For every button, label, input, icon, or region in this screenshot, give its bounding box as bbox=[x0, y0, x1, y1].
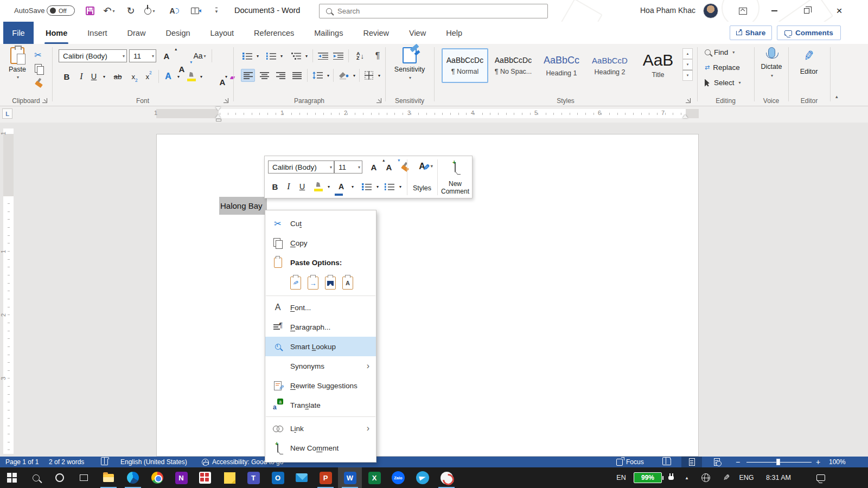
customize-quick-access-button[interactable]: ▾ bbox=[208, 0, 224, 22]
mini-font-color-dropdown[interactable]: ▾ bbox=[349, 180, 356, 193]
focus-mode-button[interactable]: Focus bbox=[616, 457, 644, 467]
zalo-button[interactable]: Zalo bbox=[386, 467, 410, 488]
chevron-down-icon[interactable]: ▾ bbox=[152, 54, 154, 59]
menu-item-rewrite-suggestions[interactable]: ✎ Rewrite Suggestions bbox=[265, 376, 376, 395]
clock[interactable]: 8:31 AM bbox=[761, 467, 796, 488]
action-center-button[interactable] bbox=[812, 467, 830, 488]
menu-item-cut[interactable]: ✂ Cut bbox=[265, 214, 376, 233]
tab-draw[interactable]: Draw bbox=[126, 22, 147, 44]
styles-scroll-down[interactable]: ▾ bbox=[682, 59, 693, 70]
mini-grow-font-button[interactable]: A▴ bbox=[367, 160, 381, 174]
start-button[interactable] bbox=[0, 467, 24, 488]
tab-home[interactable]: Home bbox=[44, 22, 68, 44]
dictate-button[interactable]: Dictate ▾ bbox=[756, 47, 787, 94]
style-heading1[interactable]: AaBbCc Heading 1 bbox=[538, 48, 585, 83]
avatar[interactable] bbox=[703, 3, 718, 18]
tab-layout[interactable]: Layout bbox=[209, 22, 235, 44]
mini-bold-button[interactable]: B bbox=[269, 180, 281, 193]
increase-indent-button[interactable] bbox=[331, 49, 345, 62]
search-input[interactable]: Search bbox=[319, 4, 548, 18]
power-plug-indicator[interactable] bbox=[666, 467, 676, 488]
sensitivity-button[interactable]: Sensitivity ▾ bbox=[390, 47, 430, 94]
style-normal[interactable]: AaBbCcDc ¶ Normal bbox=[442, 48, 488, 83]
line-spacing-button[interactable] bbox=[310, 69, 324, 82]
onenote-button[interactable]: N bbox=[169, 467, 193, 488]
restore-button[interactable] bbox=[797, 0, 816, 22]
chevron-down-icon[interactable]: ▾ bbox=[330, 165, 332, 170]
chevron-down-icon[interactable]: ▾ bbox=[152, 9, 155, 14]
clipboard-dialog-launcher[interactable] bbox=[42, 98, 47, 103]
tab-mailings[interactable]: Mailings bbox=[313, 22, 344, 44]
tab-review[interactable]: Review bbox=[362, 22, 390, 44]
bullets-dropdown[interactable]: ▾ bbox=[255, 49, 260, 62]
text-effects-dropdown[interactable]: ▾ bbox=[176, 70, 181, 83]
cut-button[interactable]: ✂ bbox=[31, 48, 44, 61]
left-indent-marker[interactable] bbox=[216, 119, 221, 121]
mini-highlight-button[interactable] bbox=[312, 180, 324, 193]
superscript-button[interactable]: x2 bbox=[142, 70, 155, 83]
font-name-combo[interactable]: Calibri (Body) ▾ bbox=[59, 49, 127, 62]
print-layout-button[interactable] bbox=[681, 457, 702, 467]
shading-button[interactable] bbox=[336, 69, 350, 82]
horizontal-ruler[interactable] bbox=[156, 109, 699, 118]
network-button[interactable] bbox=[699, 467, 713, 488]
word-button[interactable]: W bbox=[338, 467, 362, 488]
zoom-in-button[interactable]: + bbox=[816, 457, 820, 467]
italic-button[interactable]: I bbox=[76, 70, 87, 83]
taskbar-search-button[interactable] bbox=[24, 467, 48, 488]
red-white-app-button[interactable] bbox=[435, 467, 458, 488]
mini-bullets-button[interactable] bbox=[360, 180, 373, 193]
right-indent-marker[interactable] bbox=[682, 114, 688, 118]
excel-button[interactable]: X bbox=[362, 467, 386, 488]
chevron-down-icon[interactable]: ▾ bbox=[732, 50, 735, 55]
language-indicator[interactable]: English (United States) bbox=[120, 457, 187, 467]
shading-dropdown[interactable]: ▾ bbox=[352, 69, 357, 82]
chevron-down-icon[interactable]: ▾ bbox=[358, 165, 360, 170]
chevron-down-icon[interactable]: ▾ bbox=[123, 54, 125, 59]
change-case-button[interactable]: Aa▾ bbox=[191, 49, 208, 62]
chevron-down-icon[interactable]: ▾ bbox=[739, 80, 741, 85]
menu-item-link[interactable]: Link › bbox=[265, 419, 376, 438]
undo-button[interactable]: ↶▾ bbox=[101, 0, 117, 22]
selected-text[interactable]: Halong Bay bbox=[219, 197, 267, 215]
zoom-level[interactable]: 100% bbox=[829, 457, 846, 467]
edge-button[interactable] bbox=[121, 467, 145, 488]
paste-merge-formatting-button[interactable]: → bbox=[308, 277, 318, 290]
style-no-spacing[interactable]: AaBbCcDc ¶ No Spac... bbox=[490, 48, 537, 83]
paste-keep-text-only-button[interactable]: A bbox=[342, 277, 353, 290]
highlight-button[interactable] bbox=[186, 70, 197, 83]
styles-dialog-launcher[interactable] bbox=[686, 98, 691, 103]
vertical-ruler[interactable] bbox=[3, 129, 14, 454]
underline-button[interactable]: U bbox=[88, 70, 100, 83]
input-language-indicator[interactable]: EN bbox=[613, 467, 629, 488]
autosave-toggle[interactable]: Off bbox=[47, 5, 75, 16]
text-effects-button[interactable]: A bbox=[162, 70, 175, 83]
mail-button[interactable] bbox=[290, 467, 314, 488]
touch-mouse-mode-button[interactable]: ▾ bbox=[141, 0, 158, 22]
mini-numbering-button[interactable] bbox=[383, 180, 396, 193]
style-heading2[interactable]: AaBbCcD Heading 2 bbox=[586, 48, 633, 83]
borders-dropdown[interactable]: ▾ bbox=[376, 69, 382, 82]
language-indicator[interactable]: ENG bbox=[736, 467, 757, 488]
replace-button[interactable]: ⇄ Replace bbox=[705, 63, 740, 72]
bullets-button[interactable] bbox=[241, 49, 254, 62]
justify-button[interactable] bbox=[290, 69, 304, 82]
page-indicator[interactable]: Page 1 of 1 bbox=[5, 457, 39, 467]
mini-underline-button[interactable]: U bbox=[296, 180, 308, 193]
chevron-down-icon[interactable]: ▾ bbox=[17, 75, 19, 80]
outlook-button[interactable]: O bbox=[266, 467, 290, 488]
subscript-button[interactable]: x2 bbox=[128, 70, 141, 83]
font-size-combo[interactable]: 11 ▾ bbox=[129, 49, 156, 62]
multilevel-list-button[interactable] bbox=[290, 49, 303, 62]
align-left-button[interactable] bbox=[241, 69, 255, 82]
paste-button[interactable]: Paste ▾ bbox=[5, 47, 29, 93]
read-aloud-button[interactable]: A bbox=[166, 0, 182, 22]
comments-button[interactable]: Comments bbox=[777, 25, 841, 40]
hanging-indent-marker[interactable] bbox=[215, 114, 221, 118]
show-hide-marks-button[interactable]: ¶ bbox=[372, 49, 383, 62]
line-spacing-dropdown[interactable]: ▾ bbox=[326, 69, 331, 82]
styles-scroll-up[interactable]: ▴ bbox=[682, 48, 693, 59]
battery-indicator[interactable]: 99% bbox=[631, 467, 664, 488]
zoom-out-button[interactable]: − bbox=[736, 457, 740, 467]
chrome-button[interactable] bbox=[145, 467, 169, 488]
